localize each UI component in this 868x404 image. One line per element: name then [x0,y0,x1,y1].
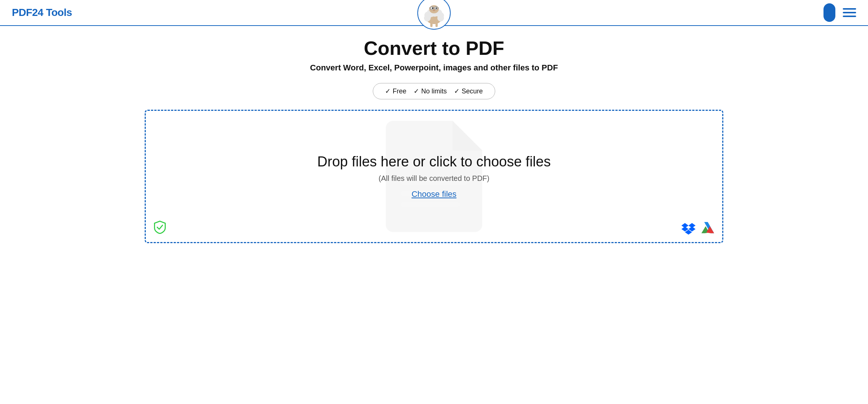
badge-secure: ✓ Secure [454,87,483,95]
cloud-icons [681,221,715,237]
svg-point-7 [437,15,444,21]
svg-line-16 [429,8,430,8]
mascot-container [417,0,451,30]
svg-point-6 [424,15,431,21]
svg-point-11 [432,7,433,9]
mascot-sheep-icon [419,0,449,28]
mascot-circle [417,0,451,30]
site-logo[interactable]: PDF24 Tools [12,7,72,19]
header: PDF24 Tools [0,0,868,26]
menu-bar-1 [843,8,856,10]
dropzone-sub-text: (All files will be converted to PDF) [379,174,490,183]
page-title: Convert to PDF [364,37,504,59]
main-content: Convert to PDF Convert Word, Excel, Powe… [0,26,868,258]
menu-button[interactable] [843,8,856,17]
svg-line-17 [438,8,439,8]
badge-free: ✓ Free [385,87,406,95]
header-right [823,3,856,22]
menu-bar-2 [843,12,856,13]
svg-rect-20 [435,23,438,27]
user-avatar[interactable] [823,3,835,22]
dropbox-icon[interactable] [681,221,696,237]
security-shield-icon [153,221,167,235]
menu-bar-3 [843,16,856,17]
page-subtitle: Convert Word, Excel, Powerpoint, images … [310,63,558,73]
dropzone-main-text: Drop files here or click to choose files [317,154,550,170]
google-drive-icon[interactable] [701,221,715,237]
svg-point-12 [435,7,437,9]
choose-files-link[interactable]: Choose files [411,189,456,199]
badge-no-limits: ✓ No limits [414,87,447,95]
badges-container: ✓ Free ✓ No limits ✓ Secure [373,83,495,99]
svg-rect-23 [401,202,460,207]
dropzone[interactable]: Drop files here or click to choose files… [145,110,723,243]
svg-rect-19 [430,23,433,27]
svg-point-18 [433,10,435,11]
